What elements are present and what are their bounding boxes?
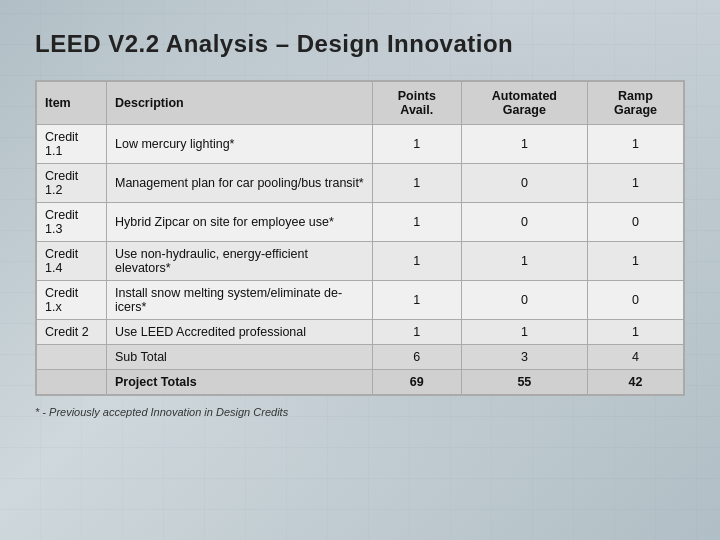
cell-points: 1 <box>372 320 461 345</box>
subtotal-cell-automated: 3 <box>461 345 587 370</box>
cell-automated: 0 <box>461 281 587 320</box>
cell-automated: 1 <box>461 320 587 345</box>
subtotal-cell-ramp: 4 <box>587 345 683 370</box>
total-cell-automated: 55 <box>461 370 587 395</box>
cell-description: Hybrid Zipcar on site for employee use* <box>106 203 372 242</box>
cell-item: Credit 1.4 <box>37 242 107 281</box>
cell-automated: 0 <box>461 164 587 203</box>
subtotal-cell-points: 6 <box>372 345 461 370</box>
cell-ramp: 1 <box>587 242 683 281</box>
cell-ramp: 1 <box>587 125 683 164</box>
cell-automated: 1 <box>461 242 587 281</box>
cell-points: 1 <box>372 125 461 164</box>
footnote: * - Previously accepted Innovation in De… <box>35 406 685 418</box>
cell-ramp: 1 <box>587 164 683 203</box>
main-content: LEED V2.2 Analysis – Design Innovation I… <box>0 0 720 438</box>
cell-points: 1 <box>372 164 461 203</box>
cell-ramp: 1 <box>587 320 683 345</box>
cell-description: Use LEED Accredited professional <box>106 320 372 345</box>
cell-points: 1 <box>372 242 461 281</box>
col-header-automated: Automated Garage <box>461 82 587 125</box>
table-header-row: Item Description Points Avail. Automated… <box>37 82 684 125</box>
subtotal-cell-item <box>37 345 107 370</box>
page-title: LEED V2.2 Analysis – Design Innovation <box>35 30 685 58</box>
col-header-description: Description <box>106 82 372 125</box>
total-cell-description: Project Totals <box>106 370 372 395</box>
cell-description: Use non-hydraulic, energy-efficient elev… <box>106 242 372 281</box>
table-row: Credit 1.3Hybrid Zipcar on site for empl… <box>37 203 684 242</box>
cell-item: Credit 1.1 <box>37 125 107 164</box>
cell-item: Credit 2 <box>37 320 107 345</box>
cell-automated: 1 <box>461 125 587 164</box>
cell-automated: 0 <box>461 203 587 242</box>
cell-item: Credit 1.3 <box>37 203 107 242</box>
cell-points: 1 <box>372 281 461 320</box>
table-row: Credit 1.1Low mercury lighting*111 <box>37 125 684 164</box>
cell-ramp: 0 <box>587 281 683 320</box>
total-cell-ramp: 42 <box>587 370 683 395</box>
total-cell-item <box>37 370 107 395</box>
cell-item: Credit 1.2 <box>37 164 107 203</box>
analysis-table-container: Item Description Points Avail. Automated… <box>35 80 685 396</box>
cell-description: Low mercury lighting* <box>106 125 372 164</box>
table-row: Credit 1.2Management plan for car poolin… <box>37 164 684 203</box>
cell-ramp: 0 <box>587 203 683 242</box>
cell-points: 1 <box>372 203 461 242</box>
total-cell-points: 69 <box>372 370 461 395</box>
cell-item: Credit 1.x <box>37 281 107 320</box>
cell-description: Management plan for car pooling/bus tran… <box>106 164 372 203</box>
table-row: Credit 1.xInstall snow melting system/el… <box>37 281 684 320</box>
col-header-item: Item <box>37 82 107 125</box>
leed-table: Item Description Points Avail. Automated… <box>36 81 684 395</box>
table-row: Credit 2Use LEED Accredited professional… <box>37 320 684 345</box>
subtotal-cell-description: Sub Total <box>106 345 372 370</box>
total-row: Project Totals695542 <box>37 370 684 395</box>
col-header-points: Points Avail. <box>372 82 461 125</box>
col-header-ramp: Ramp Garage <box>587 82 683 125</box>
cell-description: Install snow melting system/eliminate de… <box>106 281 372 320</box>
subtotal-row: Sub Total634 <box>37 345 684 370</box>
table-row: Credit 1.4Use non-hydraulic, energy-effi… <box>37 242 684 281</box>
